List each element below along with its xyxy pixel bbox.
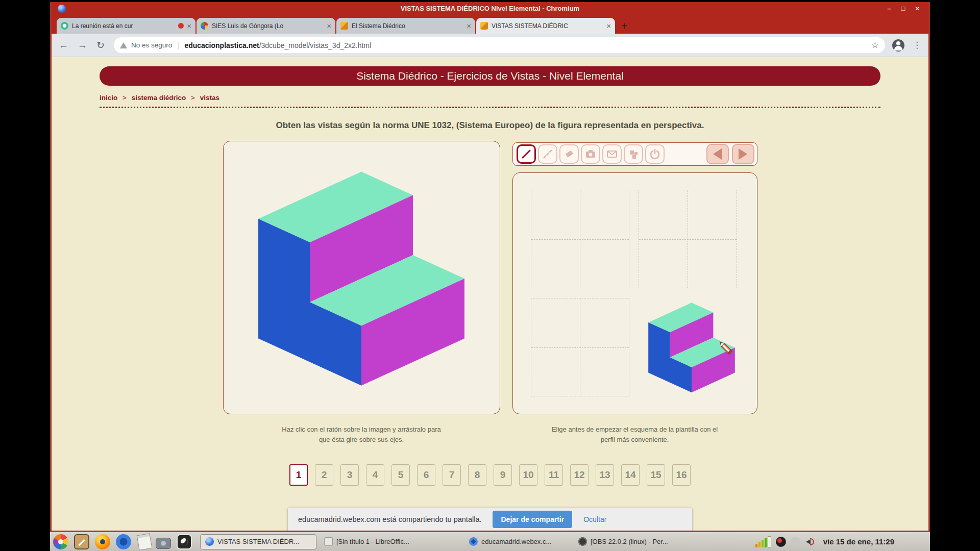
page-button-9[interactable]: 9 xyxy=(494,464,512,486)
tab-sistema-diedrico[interactable]: El Sistema Diédrico × xyxy=(336,18,475,34)
taskbar-window-libreoffice[interactable]: [Sin título 1 - LibreOffic... xyxy=(320,534,461,549)
page-button-4[interactable]: 4 xyxy=(366,464,384,486)
reload-icon[interactable]: ↻ xyxy=(96,40,105,51)
tab-vistas-active[interactable]: VISTAS SISTEMA DIÉDRIC × xyxy=(476,18,615,34)
exercise-pagination: 1 2 3 4 5 6 7 8 9 10 11 12 13 14 15 16 xyxy=(100,464,880,486)
back-icon[interactable]: ← xyxy=(59,40,68,51)
app-menu-icon[interactable] xyxy=(53,534,68,549)
caption-line: Elige antes de empezar el esquema de la … xyxy=(512,424,757,435)
breadcrumb-home-link[interactable]: inicio xyxy=(100,94,117,102)
taskbar-window-obs[interactable]: [OBS 22.0.2 (linux) - Per... xyxy=(574,534,713,549)
volume-icon[interactable] xyxy=(805,537,816,547)
tab-title: El Sistema Diédrico xyxy=(352,22,463,30)
clock[interactable]: vie 15 de ene, 11:29 xyxy=(823,537,894,546)
web-page: Sistema Diédrico - Ejercicios de Vistas … xyxy=(52,57,928,531)
line-tool-button[interactable] xyxy=(517,144,536,164)
view-grid-bottom-left[interactable] xyxy=(531,298,629,396)
network-signal-icon[interactable] xyxy=(755,536,771,547)
browser-toolbar: ← → ↻ No es seguro | educacionplastica.n… xyxy=(52,34,928,57)
breadcrumb-separator: > xyxy=(122,94,127,102)
tab-close-icon[interactable]: × xyxy=(327,22,331,30)
left-panel-caption: Haz clic con el ratón sobre la imagen y … xyxy=(223,424,500,445)
eraser-tool-button[interactable] xyxy=(559,144,579,164)
caption-line: Haz clic con el ratón sobre la imagen y … xyxy=(223,424,500,435)
blocks-tool-button[interactable] xyxy=(624,144,643,164)
taskbar-window-webex[interactable]: educamadrid.webex.c... xyxy=(464,534,571,549)
tab-close-icon[interactable]: × xyxy=(467,22,471,30)
page-button-3[interactable]: 3 xyxy=(340,464,359,486)
page-button-15[interactable]: 15 xyxy=(647,464,665,486)
text-editor-icon[interactable] xyxy=(74,534,89,549)
tab-webex-meeting[interactable]: La reunión está en cur × xyxy=(57,18,195,34)
tab-title: VISTAS SISTEMA DIÉDRIC xyxy=(492,22,603,30)
page-button-13[interactable]: 13 xyxy=(596,464,614,486)
previous-arrow-icon xyxy=(713,148,722,160)
view-grid-top-left[interactable] xyxy=(531,190,629,288)
camera-tool-button[interactable] xyxy=(581,144,600,164)
breadcrumb-separator: > xyxy=(191,94,195,102)
page-button-11[interactable]: 11 xyxy=(545,464,563,486)
breadcrumb-section-link[interactable]: sistema diédrico xyxy=(132,94,186,102)
webex-favicon-icon xyxy=(61,22,68,30)
obs-tray-icon[interactable] xyxy=(776,537,786,547)
new-tab-button[interactable]: + xyxy=(621,21,627,31)
view-grid-top-right[interactable] xyxy=(639,190,737,288)
stop-sharing-button[interactable]: Dejar de compartir xyxy=(493,511,572,528)
page-button-5[interactable]: 5 xyxy=(391,464,410,486)
page-button-16[interactable]: 16 xyxy=(672,464,691,486)
tab-close-icon[interactable]: × xyxy=(187,22,191,30)
cloud-tray-icon[interactable] xyxy=(791,537,801,547)
page-button-8[interactable]: 8 xyxy=(468,464,486,486)
tab-title: La reunión está en cur xyxy=(72,22,176,30)
power-tool-button[interactable] xyxy=(645,144,665,164)
not-secure-warning-icon xyxy=(120,42,127,48)
taskbar-window-title: educamadrid.webex.c... xyxy=(481,538,551,545)
next-exercise-button[interactable] xyxy=(732,144,754,164)
webex-app-icon[interactable] xyxy=(116,534,131,549)
taskbar-launchers xyxy=(53,534,192,549)
obs-icon[interactable] xyxy=(177,534,192,549)
page-button-1[interactable]: 1 xyxy=(289,464,308,486)
tab-close-icon[interactable]: × xyxy=(606,22,611,30)
taskbar-window-chromium[interactable]: VISTAS SISTEMA DIÉDR... xyxy=(200,534,316,549)
dashed-line-tool-button[interactable] xyxy=(538,144,557,164)
profile-avatar[interactable] xyxy=(892,39,904,52)
views-drawing-panel[interactable] xyxy=(512,172,757,414)
browser-window: VISTAS SISTEMA DIÉDRICO Nivel Elemental … xyxy=(50,2,930,531)
address-bar[interactable]: No es seguro | educacionplastica.net /3d… xyxy=(114,37,885,53)
exercise-toolbar xyxy=(512,142,757,166)
grid-line xyxy=(531,347,629,348)
perspective-figure-panel[interactable] xyxy=(223,141,500,414)
security-label[interactable]: No es seguro xyxy=(131,41,172,49)
staircase-3d-figure[interactable] xyxy=(234,152,489,407)
previous-exercise-button[interactable] xyxy=(706,144,729,164)
maximize-button[interactable]: □ xyxy=(901,5,905,12)
notes-icon[interactable] xyxy=(137,533,153,550)
close-button[interactable]: × xyxy=(915,5,919,12)
page-button-10[interactable]: 10 xyxy=(519,464,537,486)
taskbar: VISTAS SISTEMA DIÉDR... [Sin título 1 - … xyxy=(50,531,930,551)
page-button-7[interactable]: 7 xyxy=(443,464,461,486)
next-arrow-icon xyxy=(739,148,747,160)
minimize-button[interactable]: – xyxy=(887,5,891,12)
libreoffice-icon xyxy=(324,537,333,546)
page-button-12[interactable]: 12 xyxy=(570,464,589,486)
firefox-icon[interactable] xyxy=(95,534,110,549)
educacionplastica-favicon-icon xyxy=(340,22,348,30)
page-button-6[interactable]: 6 xyxy=(417,464,435,486)
right-panel-caption: Elige antes de empezar el esquema de la … xyxy=(512,424,757,445)
screenshot-icon[interactable] xyxy=(156,538,171,549)
educacionplastica-favicon-icon xyxy=(480,22,488,30)
browser-menu-icon[interactable]: ⋮ xyxy=(913,40,921,51)
mail-tool-button[interactable] xyxy=(602,144,622,164)
tab-sies-gongora[interactable]: SIES Luis de Góngora (Lo × xyxy=(197,18,335,34)
chromium-icon xyxy=(205,537,214,546)
obs-window-icon xyxy=(578,537,587,546)
bookmark-star-icon[interactable]: ☆ xyxy=(871,40,879,51)
page-button-14[interactable]: 14 xyxy=(621,464,640,486)
hide-share-bar-link[interactable]: Ocultar xyxy=(583,515,606,523)
forward-icon[interactable]: → xyxy=(78,40,87,51)
page-button-2[interactable]: 2 xyxy=(315,464,333,486)
page-title-banner: Sistema Diédrico - Ejercicios de Vistas … xyxy=(100,66,880,86)
grid-line xyxy=(639,239,737,240)
